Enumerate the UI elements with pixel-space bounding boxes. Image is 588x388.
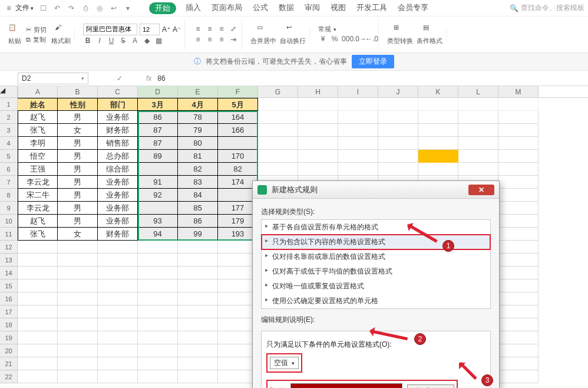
copy-button[interactable]: ⧉复制 bbox=[26, 35, 47, 44]
merge-icon: ▭ bbox=[257, 24, 270, 37]
font-color-button[interactable]: A bbox=[130, 37, 140, 46]
tab-insert[interactable]: 插入 bbox=[184, 2, 202, 14]
dialog-titlebar[interactable]: 新建格式规则 ✕ bbox=[253, 181, 499, 199]
strike-button[interactable]: S̶ bbox=[118, 37, 128, 46]
increase-font-icon[interactable]: A⁺ bbox=[162, 25, 170, 34]
search-icon: 🔍 bbox=[510, 4, 518, 12]
ribbon: 📋粘贴 ✂剪切 ⧉复制 🖌格式刷 A⁺ A⁻ B I U S̶ A ◆ ▦ ≡ … bbox=[0, 17, 588, 53]
ribbon-tabs: 开始 插入 页面布局 公式 数据 审阅 视图 开发工具 会员专享 bbox=[149, 2, 430, 14]
search-placeholder: 查找命令、搜索模板 bbox=[521, 3, 584, 13]
select-type-label: 选择规则类型(S): bbox=[261, 207, 491, 217]
condition-dropdown-highlight: 空值▾ bbox=[266, 353, 302, 373]
condition-dropdown[interactable]: 空值▾ bbox=[270, 357, 299, 369]
more-icon[interactable]: ▾ bbox=[123, 4, 133, 13]
name-box[interactable]: D2▾ bbox=[18, 73, 88, 84]
tab-formula[interactable]: 公式 bbox=[252, 2, 269, 14]
select-all-button[interactable]: ◢ bbox=[0, 86, 18, 98]
redo-icon[interactable]: ↷ bbox=[67, 4, 76, 13]
back-icon[interactable]: ↩ bbox=[109, 4, 118, 13]
indent-icon[interactable]: ⇥ bbox=[229, 35, 238, 45]
decrease-font-icon[interactable]: A⁻ bbox=[173, 25, 181, 34]
close-button[interactable]: ✕ bbox=[468, 185, 494, 195]
font-size-input[interactable] bbox=[140, 24, 160, 35]
bold-button[interactable]: B bbox=[83, 37, 93, 46]
preview-highlight: 预览: AaBbCcYyZz 格式(F)... bbox=[266, 380, 458, 388]
rule-type-item[interactable]: 基于各自值设置所有单元格的格式 bbox=[262, 220, 490, 235]
align-left-icon[interactable]: ≡ bbox=[193, 35, 203, 45]
dec-decimal-icon[interactable]: ←.0 bbox=[365, 35, 375, 44]
cut-button[interactable]: ✂剪切 bbox=[26, 25, 47, 34]
annotation-badge-2: 2 bbox=[414, 333, 426, 345]
rule-type-list[interactable]: 基于各自值设置所有单元格的格式 只为包含以下内容的单元格设置格式 仅对排名靠前或… bbox=[261, 219, 491, 309]
insert-fn-icon[interactable]: ✓ bbox=[117, 74, 123, 83]
app-icon bbox=[257, 185, 267, 195]
type-convert-button[interactable]: ⊞类型转换 bbox=[387, 24, 413, 45]
annotation-badge-1: 1 bbox=[442, 240, 454, 252]
rule-type-item[interactable]: 只为包含以下内容的单元格设置格式 bbox=[262, 235, 490, 249]
cloud-backup-msg: 将文档备份云端，可避免文件丢失，省心省事 bbox=[206, 57, 347, 67]
align-right-icon[interactable]: ≡ bbox=[217, 35, 226, 45]
underline-button[interactable]: U bbox=[107, 37, 116, 46]
align-bot-icon[interactable]: ≡ bbox=[217, 25, 226, 34]
login-button[interactable]: 立即登录 bbox=[352, 55, 394, 68]
rule-type-item[interactable]: 使用公式确定要设置格式的单元格 bbox=[262, 294, 490, 308]
tab-data[interactable]: 数据 bbox=[278, 2, 295, 14]
thousand-sep-icon[interactable]: 000 bbox=[342, 35, 351, 44]
wrap-button[interactable]: ↩自动换行 bbox=[280, 24, 306, 45]
tab-start[interactable]: 开始 bbox=[149, 2, 176, 14]
font-name-input[interactable] bbox=[83, 24, 137, 35]
paste-button[interactable]: 📋粘贴 bbox=[8, 24, 21, 45]
align-top-icon[interactable]: ≡ bbox=[193, 25, 203, 34]
fx-label[interactable]: fx bbox=[146, 74, 151, 83]
currency-icon[interactable]: ¥ bbox=[318, 35, 328, 44]
rule-type-item[interactable]: 仅对高于或低于平均值的数值设置格式 bbox=[262, 264, 490, 279]
cond-icon: ▤ bbox=[423, 24, 436, 37]
preview-icon[interactable]: ◎ bbox=[95, 4, 104, 13]
menubar: ≡ 文件▾ ☐ ↶ ↷ ⎙ ◎ ↩ ▾ 开始 插入 页面布局 公式 数据 审阅 … bbox=[0, 0, 588, 17]
cond-format-button[interactable]: ▤条件格式 bbox=[417, 24, 442, 45]
align-center-icon[interactable]: ≡ bbox=[205, 35, 214, 45]
tab-member[interactable]: 会员专享 bbox=[397, 2, 430, 14]
preview-label: 预览: bbox=[270, 386, 286, 389]
tab-layout[interactable]: 页面布局 bbox=[210, 2, 243, 14]
type-icon: ⊞ bbox=[394, 24, 407, 37]
rule-type-item[interactable]: 仅对唯一值或重复值设置格式 bbox=[262, 279, 490, 294]
number-format-dropdown[interactable]: 常规 bbox=[318, 25, 331, 34]
merge-button[interactable]: ▭合并居中 bbox=[250, 24, 276, 45]
wrap-icon: ↩ bbox=[286, 24, 299, 37]
quick-access: ☐ ↶ ↷ ⎙ ◎ ↩ ▾ bbox=[38, 4, 133, 13]
brush-icon: 🖌 bbox=[55, 24, 68, 37]
format-painter-button[interactable]: 🖌格式刷 bbox=[51, 24, 71, 45]
command-search[interactable]: 🔍 查找命令、搜索模板 bbox=[510, 3, 584, 13]
column-headers[interactable]: ABC DEF GHIJ KLM bbox=[18, 86, 588, 98]
annotation-badge-3: 3 bbox=[481, 374, 493, 386]
info-icon: ⓘ bbox=[194, 57, 201, 67]
cut-icon: ✂ bbox=[26, 26, 31, 34]
tab-dev[interactable]: 开发工具 bbox=[355, 2, 388, 14]
save-icon[interactable]: ☐ bbox=[38, 4, 48, 13]
orient-icon[interactable]: ⤢ bbox=[229, 25, 238, 34]
percent-icon[interactable]: % bbox=[330, 35, 339, 44]
edit-rule-label: 编辑规则说明(E): bbox=[261, 315, 491, 325]
cloud-backup-bar: ⓘ 将文档备份云端，可避免文件丢失，省心省事 立即登录 bbox=[0, 53, 588, 71]
paste-icon: 📋 bbox=[8, 24, 21, 37]
app-menu-icon[interactable]: ≡ bbox=[4, 3, 14, 14]
inc-decimal-icon[interactable]: .0→ bbox=[354, 35, 363, 44]
print-icon[interactable]: ⎙ bbox=[81, 4, 90, 13]
fill-color-button[interactable]: ◆ bbox=[142, 37, 151, 46]
spreadsheet-grid[interactable]: ◢ ABC DEF GHIJ KLM 1姓名性别部门3月4月5月2赵飞男业务部8… bbox=[0, 86, 588, 384]
italic-button[interactable]: I bbox=[95, 37, 104, 46]
rule-type-item[interactable]: 仅对排名靠前或靠后的数值设置格式 bbox=[262, 249, 490, 264]
new-format-rule-dialog: 新建格式规则 ✕ 选择规则类型(S): 基于各自值设置所有单元格的格式 只为包含… bbox=[252, 180, 500, 388]
align-mid-icon[interactable]: ≡ bbox=[205, 25, 214, 34]
copy-icon: ⧉ bbox=[26, 36, 31, 44]
undo-icon[interactable]: ↶ bbox=[52, 4, 62, 13]
formula-value[interactable]: 86 bbox=[157, 74, 165, 83]
tab-review[interactable]: 审阅 bbox=[303, 2, 321, 14]
highlighted-cell bbox=[418, 150, 458, 163]
file-menu[interactable]: 文件▾ bbox=[15, 3, 34, 13]
tab-view[interactable]: 视图 bbox=[329, 2, 347, 14]
format-button[interactable]: 格式(F)... bbox=[407, 384, 454, 389]
border-button[interactable]: ▦ bbox=[154, 37, 163, 46]
formula-bar: D2▾ ✓ fx 86 bbox=[0, 71, 588, 86]
